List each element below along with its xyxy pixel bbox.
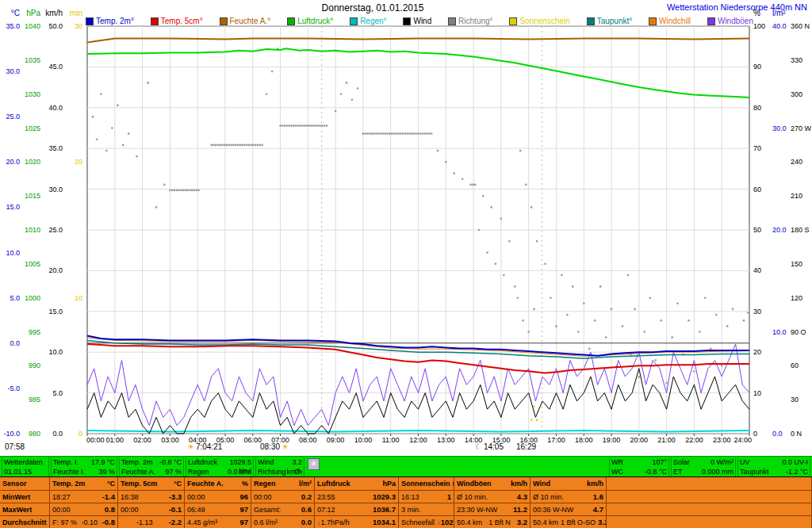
cell-value: 97 xyxy=(239,505,248,514)
svg-text:100: 100 xyxy=(753,22,765,30)
status-value: 0 W/m² xyxy=(710,457,733,467)
svg-text:50: 50 xyxy=(753,226,761,234)
cell-label: 07:12 xyxy=(317,506,335,514)
svg-text:07:00: 07:00 xyxy=(271,436,289,444)
row-header-label: MinWert xyxy=(2,493,30,501)
svg-text:05:00: 05:00 xyxy=(216,436,235,444)
svg-text:24:00: 24:00 xyxy=(733,436,752,444)
cell-sensor-windboeen: Windböenkm/h xyxy=(454,477,530,490)
svg-text:1025: 1025 xyxy=(25,124,40,132)
svg-text:0.0: 0.0 xyxy=(10,339,20,347)
table-row-maxwert: MaxWert00:000.800:00-0.106:4997Gesamt:0.… xyxy=(0,503,812,515)
svg-text:210: 210 xyxy=(791,192,802,200)
status-label: Taupunkt xyxy=(740,467,769,476)
cell-label: 23:30 W-NW xyxy=(457,506,497,514)
col-unit: l/m² xyxy=(299,480,312,488)
cell-label: 23:55 xyxy=(317,493,335,501)
svg-text:90: 90 xyxy=(753,63,761,71)
axis-kmh: km/h50.045.040.035.030.025.020.015.010.0… xyxy=(45,9,63,438)
svg-text:60: 60 xyxy=(791,362,799,369)
cell-value: 3.2 xyxy=(598,518,607,526)
cell-maxwert-rowheader: MaxWert xyxy=(0,503,50,515)
svg-text:360 N: 360 N xyxy=(791,22,810,30)
cell-minwert-temp5cm: 16:38-3.3 xyxy=(118,491,185,503)
cell-value: -2.2 xyxy=(169,518,182,526)
svg-text:10.0: 10.0 xyxy=(48,348,63,356)
cell-label: 00:00 xyxy=(121,506,139,514)
svg-text:10.0: 10.0 xyxy=(772,328,787,336)
svg-text:980: 980 xyxy=(29,430,40,438)
status-value: 97 % xyxy=(165,467,182,476)
axis-pct: %1009080706050403020100 xyxy=(753,9,765,438)
cell-maxwert-feuchte: 06:4997 xyxy=(185,503,251,515)
cell-value: 1.6 xyxy=(593,492,603,501)
cell-sensor-feuchte: Feuchte A.% xyxy=(185,477,251,490)
svg-text:0: 0 xyxy=(79,430,82,438)
row-header-label: Sensor xyxy=(2,480,27,488)
cell-sensor-filler xyxy=(607,477,812,490)
col-label: Luftdruck xyxy=(317,480,350,488)
svg-text:20: 20 xyxy=(753,348,761,356)
svg-text:10.0: 10.0 xyxy=(6,249,20,257)
svg-text:120: 120 xyxy=(791,294,802,302)
status-value: 3.2 km/h xyxy=(278,457,302,467)
status-cell-uv-taupunkt: UV0.0 UV-ITaupunkt-1.2 °C xyxy=(737,457,810,476)
svg-text:30: 30 xyxy=(75,22,82,30)
svg-text:60: 60 xyxy=(753,186,761,193)
cell-value: 11.2 xyxy=(513,505,527,514)
cell-value: 1036.7 xyxy=(373,505,396,514)
status-value: 39 % xyxy=(98,467,115,476)
svg-text:300: 300 xyxy=(791,90,802,98)
cell-minwert-wind: Ø 10 min.1.6 xyxy=(530,491,607,503)
svg-text:30.0: 30.0 xyxy=(772,124,787,132)
svg-text:90 O: 90 O xyxy=(791,328,806,336)
svg-text:20.0: 20.0 xyxy=(48,266,63,274)
svg-text:10: 10 xyxy=(75,294,82,302)
cell-sensor-temp5cm: Temp. 5cm°C xyxy=(118,477,185,490)
cell-durchschnitt-feuchte: 4.45 g/m³97 xyxy=(185,516,251,528)
cell-maxwert-regen: Gesamt:0.6 xyxy=(251,503,315,515)
cell-label: 00:00 xyxy=(254,493,272,501)
svg-text:80: 80 xyxy=(753,104,761,112)
cell-value: -0.1 xyxy=(169,505,182,514)
axis-hPa: hPa1040103510301025102010151010100510009… xyxy=(25,9,40,438)
axis-lm2: l/m²40.030.020.010.00.0 xyxy=(772,9,787,438)
cell-value: ↓1029.5 xyxy=(437,518,454,526)
cell-mid: 1 Bft N xyxy=(488,518,511,526)
svg-text:0 N: 0 N xyxy=(791,430,802,438)
svg-text:22:00: 22:00 xyxy=(685,436,703,444)
cell-durchschnitt-temp2m: F: 97 %-0.10-0.8 xyxy=(50,516,118,528)
svg-text:30: 30 xyxy=(791,396,799,404)
axis-deg: 360 N330300270 W240210180 S15012090 O603… xyxy=(791,22,812,438)
svg-text:13:00: 13:00 xyxy=(437,436,455,444)
cell-label: 16:13 xyxy=(401,493,419,501)
cell-value: -1.4 xyxy=(102,492,115,501)
status-cell-wetterdaten: Wetterdaten01.01.15 23:59 xyxy=(2,457,49,476)
cell-value: 0.6 xyxy=(301,505,312,514)
svg-text:985: 985 xyxy=(29,396,40,404)
axis-min: min3020100 xyxy=(70,9,82,438)
axis-tempC: °C35.030.025.020.015.010.05.00.0-5.0-10.… xyxy=(3,9,20,438)
svg-text:330: 330 xyxy=(791,56,802,64)
cell-durchschnitt-filler xyxy=(607,516,812,528)
svg-text:00:00: 00:00 xyxy=(86,436,105,444)
col-unit: % xyxy=(242,480,248,488)
status-label: Regen xyxy=(188,467,209,476)
cell-label: 00:36 W-NW xyxy=(533,506,573,514)
status-value: 107° xyxy=(652,457,667,467)
status-cell-solar-et: Solar0 W/m²ET0.000 mm xyxy=(671,457,736,476)
col-label: Regen xyxy=(254,480,276,488)
status-label: Solar xyxy=(673,457,690,467)
svg-text:20.0: 20.0 xyxy=(6,158,20,166)
cell-minwert-regen: 00:000.2 xyxy=(251,491,315,503)
cell-sensor-rowheader: Sensor xyxy=(0,477,50,490)
status-value: -0.8 °C xyxy=(645,467,667,476)
cell-value: 96 xyxy=(239,492,248,501)
svg-text:240: 240 xyxy=(791,158,802,166)
cell-label: Schneefall xyxy=(401,518,435,526)
axis-unit-hPa: hPa xyxy=(26,9,40,17)
cell-maxwert-windboeen: 23:30 W-NW11.2 xyxy=(454,503,530,515)
svg-text:06:00: 06:00 xyxy=(244,436,262,444)
svg-text:03:00: 03:00 xyxy=(161,436,179,444)
status-value: O-SO xyxy=(289,467,302,476)
